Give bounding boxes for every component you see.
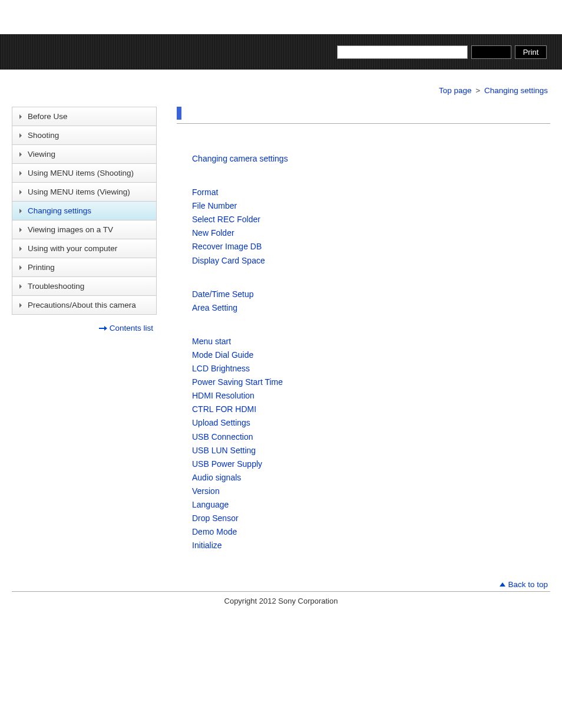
sidebar-item[interactable]: Before Use — [12, 107, 156, 126]
sidebar-item-label: Changing settings — [28, 206, 91, 215]
caret-right-icon — [19, 133, 22, 138]
content-link[interactable]: USB Connection — [192, 430, 550, 444]
breadcrumb-separator: > — [474, 86, 482, 95]
link-group: FormatFile NumberSelect REC FolderNew Fo… — [192, 186, 550, 268]
caret-right-icon — [19, 303, 22, 308]
sidebar: Before UseShootingViewingUsing MENU item… — [12, 107, 157, 572]
title-bar — [177, 107, 550, 124]
sidebar-item[interactable]: Viewing — [12, 145, 156, 164]
sidebar-item-link[interactable]: Viewing images on a TV — [12, 220, 156, 239]
contents-list-link[interactable]: Contents list — [110, 324, 153, 332]
title-mark-icon — [177, 107, 181, 120]
search-input[interactable] — [337, 45, 468, 59]
sidebar-item[interactable]: Changing settings — [12, 202, 156, 220]
sidebar-item-label: Before Use — [28, 112, 68, 121]
content-link[interactable]: Mode Dial Guide — [192, 348, 550, 362]
sidebar-item[interactable]: Shooting — [12, 126, 156, 145]
sidebar-item-label: Shooting — [28, 131, 59, 140]
up-triangle-icon — [500, 582, 505, 587]
caret-right-icon — [19, 228, 22, 232]
sidebar-item[interactable]: Troubleshooting — [12, 277, 156, 296]
content-link[interactable]: Upload Settings — [192, 416, 550, 430]
caret-right-icon — [19, 284, 22, 289]
sidebar-item-link[interactable]: Troubleshooting — [12, 277, 156, 295]
sidebar-item-link[interactable]: Before Use — [12, 107, 156, 126]
content-link[interactable]: USB Power Supply — [192, 457, 550, 471]
sidebar-item-label: Using with your computer — [28, 244, 117, 253]
content-link[interactable]: Display Card Space — [192, 254, 550, 268]
content-link[interactable]: Language — [192, 498, 550, 512]
content-link[interactable]: CTRL FOR HDMI — [192, 403, 550, 416]
content-link[interactable]: Audio signals — [192, 471, 550, 485]
content-link[interactable]: New Folder — [192, 226, 550, 240]
sidebar-item-label: Using MENU items (Shooting) — [28, 169, 134, 177]
search-button[interactable] — [471, 45, 511, 59]
content-link[interactable]: Menu start — [192, 335, 550, 348]
sidebar-item[interactable]: Viewing images on a TV — [12, 220, 156, 239]
sidebar-item-link[interactable]: Shooting — [12, 126, 156, 144]
content-link[interactable]: Initialize — [192, 539, 550, 552]
sidebar-item-link[interactable]: Changing settings — [12, 202, 156, 220]
sidebar-item[interactable]: Printing — [12, 258, 156, 277]
sidebar-item[interactable]: Precautions/About this camera — [12, 296, 156, 315]
main-content: Changing camera settingsFormatFile Numbe… — [157, 107, 550, 572]
caret-right-icon — [19, 190, 22, 195]
sidebar-item-link[interactable]: Using with your computer — [12, 239, 156, 258]
copyright-text: Copyright 2012 Sony Corporation — [0, 592, 562, 605]
caret-right-icon — [19, 265, 22, 270]
breadcrumb-top-link[interactable]: Top page — [439, 86, 472, 95]
content-link[interactable]: Demo Mode — [192, 525, 550, 539]
content-link[interactable]: USB LUN Setting — [192, 444, 550, 457]
content-link[interactable]: Version — [192, 485, 550, 498]
link-group: Changing camera settings — [192, 152, 550, 166]
group-heading-link[interactable]: Changing camera settings — [192, 152, 550, 166]
content-link[interactable]: Area Setting — [192, 301, 550, 315]
content-link[interactable]: LCD Brightness — [192, 362, 550, 375]
content-link[interactable]: File Number — [192, 199, 550, 213]
sidebar-item-link[interactable]: Precautions/About this camera — [12, 296, 156, 314]
content-link[interactable]: Format — [192, 186, 550, 199]
sidebar-nav: Before UseShootingViewingUsing MENU item… — [12, 107, 157, 315]
sidebar-item-link[interactable]: Viewing — [12, 145, 156, 163]
link-group: Menu startMode Dial GuideLCD BrightnessP… — [192, 335, 550, 553]
sidebar-item-link[interactable]: Using MENU items (Shooting) — [12, 164, 156, 182]
caret-right-icon — [19, 171, 22, 176]
content-link[interactable]: Date/Time Setup — [192, 288, 550, 301]
content-body: Changing camera settingsFormatFile Numbe… — [177, 152, 550, 552]
breadcrumb-current-link[interactable]: Changing settings — [484, 86, 548, 95]
content-link[interactable]: Recover Image DB — [192, 240, 550, 253]
caret-right-icon — [19, 246, 22, 251]
sidebar-item-label: Printing — [28, 263, 55, 272]
caret-right-icon — [19, 209, 22, 213]
sidebar-item-label: Viewing — [28, 150, 55, 159]
caret-right-icon — [19, 152, 22, 157]
sidebar-item-label: Troubleshooting — [28, 282, 84, 291]
back-to-top-link[interactable]: Back to top — [508, 580, 548, 589]
content-link[interactable]: Select REC Folder — [192, 213, 550, 226]
sidebar-item-label: Viewing images on a TV — [28, 225, 113, 234]
print-button[interactable]: Print — [515, 45, 547, 59]
content-link[interactable]: Drop Sensor — [192, 512, 550, 525]
back-to-top-wrap: Back to top — [0, 572, 562, 591]
sidebar-item-link[interactable]: Using MENU items (Viewing) — [12, 183, 156, 201]
content-link[interactable]: HDMI Resolution — [192, 389, 550, 403]
caret-right-icon — [19, 114, 22, 119]
sidebar-item[interactable]: Using MENU items (Shooting) — [12, 164, 156, 183]
sidebar-item-label: Using MENU items (Viewing) — [28, 187, 130, 196]
breadcrumb: Top page > Changing settings — [0, 70, 562, 95]
arrow-right-icon — [99, 326, 107, 331]
link-group: Date/Time SetupArea Setting — [192, 288, 550, 315]
content-link[interactable]: Power Saving Start Time — [192, 375, 550, 389]
contents-list-wrap: Contents list — [12, 315, 157, 332]
header-band: Print — [0, 34, 562, 70]
sidebar-item[interactable]: Using MENU items (Viewing) — [12, 183, 156, 202]
sidebar-item[interactable]: Using with your computer — [12, 239, 156, 258]
sidebar-item-link[interactable]: Printing — [12, 258, 156, 276]
sidebar-item-label: Precautions/About this camera — [28, 301, 136, 309]
